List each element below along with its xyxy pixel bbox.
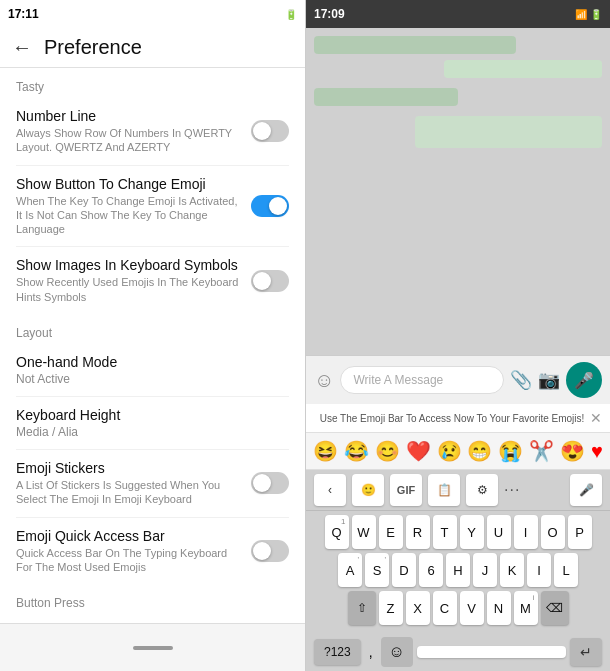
key-h[interactable]: H (446, 553, 470, 587)
key-l[interactable]: L (554, 553, 578, 587)
section-label-button-press: Button Press (0, 584, 305, 614)
msg-blur-2 (444, 60, 602, 78)
settings-panel: 17:11 🔋 ← Preference Tasty Number Line A… (0, 0, 305, 671)
key-i2[interactable]: I (527, 553, 551, 587)
kb-settings-btn[interactable]: ⚙ (466, 474, 498, 506)
mic-button[interactable]: 🎤 (566, 362, 602, 398)
key-row-3: ⇧ Z X C V N Mi ⌫ (308, 591, 608, 625)
setting-keyboard-height[interactable]: Keyboard Height Media / Alia (0, 397, 305, 449)
chat-input-area: ☺ Write A Message 📎 📷 🎤 (306, 355, 610, 404)
emoji-heart-eyes[interactable]: 😍 (560, 439, 585, 463)
key-s[interactable]: S' (365, 553, 389, 587)
signal-icon: 📶 (575, 9, 587, 20)
key-p[interactable]: P (568, 515, 592, 549)
settings-content: Tasty Number Line Always Show Row Of Num… (0, 68, 305, 623)
toggle-images-symbols[interactable] (251, 270, 289, 292)
key-z[interactable]: Z (379, 591, 403, 625)
key-backspace[interactable]: ⌫ (541, 591, 569, 625)
toggle-emoji-quick-access[interactable] (251, 540, 289, 562)
kb-height-title: Keyboard Height (16, 407, 289, 423)
setting-sound-keys: Sound Keys (0, 614, 305, 623)
emoji-picker-icon[interactable]: ☺ (314, 369, 334, 392)
back-button[interactable]: ← (12, 36, 32, 59)
status-bar-right: 17:09 📶 🔋 (306, 0, 610, 28)
key-c[interactable]: C (433, 591, 457, 625)
setting-desc-number-line: Always Show Row Of Numbers In QWERTY Lay… (16, 126, 239, 155)
key-n[interactable]: N (487, 591, 511, 625)
onehand-title: One-hand Mode (16, 354, 289, 370)
key-row-2: A' S' D 6 H J K I L (308, 553, 608, 587)
setting-desc-images: Show Recently Used Emojis In The Keyboar… (16, 275, 239, 304)
key-j[interactable]: J (473, 553, 497, 587)
kb-sticker-btn[interactable]: 🙂 (352, 474, 384, 506)
keyboard-main: Q1 W E R T Y U I O P A' S' D 6 H J K I L… (306, 511, 610, 633)
toggle-number-line[interactable] (251, 120, 289, 142)
page-title: Preference (44, 36, 142, 59)
kb-gif-btn[interactable]: GIF (390, 474, 422, 506)
mic-icon: 🎤 (574, 371, 594, 390)
key-q[interactable]: Q1 (325, 515, 349, 549)
key-y[interactable]: Y (460, 515, 484, 549)
key-i[interactable]: I (514, 515, 538, 549)
emoji-smile[interactable]: 😊 (375, 439, 400, 463)
key-m[interactable]: Mi (514, 591, 538, 625)
emoji-scissors[interactable]: ✂️ (529, 439, 554, 463)
camera-icon[interactable]: 📷 (538, 369, 560, 391)
key-o[interactable]: O (541, 515, 565, 549)
emoji-red-heart[interactable]: ♥ (591, 440, 603, 463)
setting-title-quick-access: Emoji Quick Access Bar (16, 528, 239, 544)
emoji-laugh[interactable]: 😆 (313, 439, 338, 463)
key-v[interactable]: V (460, 591, 484, 625)
status-bar-left: 17:11 🔋 (0, 0, 305, 28)
setting-show-emoji-button: Show Button To Change Emoji When The Key… (0, 166, 305, 247)
setting-title-stickers: Emoji Stickers (16, 460, 239, 476)
emoji-keyboard-btn[interactable]: ☺ (381, 637, 413, 667)
kb-mic-icon[interactable]: 🎤 (570, 474, 602, 506)
key-row-1: Q1 W E R T Y U I O P (308, 515, 608, 549)
msg-blur-1 (314, 36, 516, 54)
comma-key[interactable]: , (365, 640, 377, 664)
msg-blur-3 (314, 88, 458, 106)
key-t[interactable]: T (433, 515, 457, 549)
emoji-cry[interactable]: 😢 (437, 439, 462, 463)
key-x[interactable]: X (406, 591, 430, 625)
num-button[interactable]: ?123 (314, 639, 361, 665)
message-input[interactable]: Write A Message (340, 366, 504, 394)
key-u[interactable]: U (487, 515, 511, 549)
keyboard-toolbar: ‹ 🙂 GIF 📋 ⚙ ··· 🎤 (306, 470, 610, 511)
key-r[interactable]: R (406, 515, 430, 549)
kb-height-sub: Media / Alia (16, 425, 289, 439)
key-a[interactable]: A' (338, 553, 362, 587)
key-6[interactable]: 6 (419, 553, 443, 587)
key-k[interactable]: K (500, 553, 524, 587)
key-d[interactable]: D (392, 553, 416, 587)
toggle-emoji-stickers[interactable] (251, 472, 289, 494)
time-right: 17:09 (314, 7, 345, 21)
toggle-emoji-button[interactable] (251, 195, 289, 217)
bottom-nav-left (0, 623, 305, 671)
setting-images-symbols: Show Images In Keyboard Symbols Show Rec… (0, 247, 305, 314)
kb-clipboard-btn[interactable]: 📋 (428, 474, 460, 506)
kb-mic-btn[interactable]: 🎤 (570, 474, 602, 506)
setting-title-emoji-btn: Show Button To Change Emoji (16, 176, 239, 192)
emoji-heart[interactable]: ❤️ (406, 439, 431, 463)
key-shift[interactable]: ⇧ (348, 591, 376, 625)
attachment-icon[interactable]: 📎 (510, 369, 532, 391)
kb-more-btn[interactable]: ··· (504, 481, 520, 499)
chat-messages-area (306, 28, 610, 355)
emoji-hint-text: Use The Emoji Bar To Access Now To Your … (314, 413, 590, 424)
emoji-sob[interactable]: 😭 (498, 439, 523, 463)
enter-key[interactable]: ↵ (570, 638, 602, 666)
space-bar[interactable] (417, 646, 566, 658)
kb-back-btn[interactable]: ‹ (314, 474, 346, 506)
section-label-layout: Layout (0, 314, 305, 344)
status-icons-right: 📶 🔋 (575, 9, 602, 20)
key-e[interactable]: E (379, 515, 403, 549)
setting-desc-quick-access: Quick Access Bar On The Typing Keyboard … (16, 546, 239, 575)
setting-one-hand-mode[interactable]: One-hand Mode Not Active (0, 344, 305, 396)
emoji-grin[interactable]: 😁 (467, 439, 492, 463)
emoji-joy[interactable]: 😂 (344, 439, 369, 463)
close-emoji-hint[interactable]: ✕ (590, 410, 602, 426)
battery-icon: 🔋 (285, 9, 297, 20)
key-w[interactable]: W (352, 515, 376, 549)
